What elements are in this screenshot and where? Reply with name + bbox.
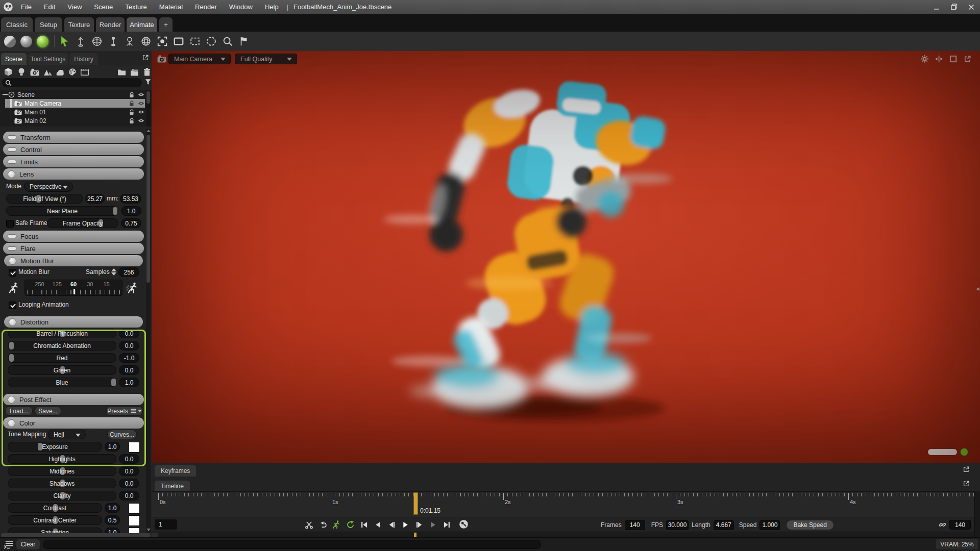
restore-icon[interactable] xyxy=(945,0,963,14)
slider-handle[interactable] xyxy=(38,443,42,450)
menu-edit[interactable]: Edit xyxy=(38,0,61,14)
eye-icon[interactable] xyxy=(138,101,144,106)
shading-flat-icon[interactable] xyxy=(3,35,16,48)
scrollbar-thumb[interactable] xyxy=(146,135,150,283)
timeline-ruler[interactable]: 0s 1s 2s 3s 4s 0:01.15 xyxy=(152,491,980,517)
add-mesh-icon[interactable] xyxy=(3,67,13,77)
camera-select-dropdown[interactable]: Main Camera xyxy=(168,54,231,64)
circle-select-icon[interactable] xyxy=(205,35,218,48)
select-tool-icon[interactable] xyxy=(58,35,71,48)
tone-mapping-dropdown[interactable]: Hejl xyxy=(48,430,86,439)
barrel-pincushion-value[interactable]: 0.0 xyxy=(119,329,139,338)
section-distortion[interactable]: Distortion xyxy=(4,316,143,328)
menu-scene[interactable]: Scene xyxy=(88,0,119,14)
panel-collapse-arrow-icon[interactable]: ◀ xyxy=(976,287,979,291)
section-post-effect[interactable]: Post Effect xyxy=(3,394,144,405)
contrast-center-slider[interactable]: Contrast Center xyxy=(8,515,102,525)
section-color[interactable]: Color xyxy=(3,417,144,429)
samples-value[interactable]: 256 xyxy=(118,267,139,277)
menu-window[interactable]: Window xyxy=(223,0,259,14)
lock-icon[interactable] xyxy=(129,118,134,124)
lock-icon[interactable] xyxy=(129,101,134,107)
scale-tool-icon[interactable] xyxy=(107,35,120,48)
current-frame-input[interactable]: 1 xyxy=(155,519,177,530)
exposure-value[interactable]: 1.0 xyxy=(105,442,120,452)
undo-icon[interactable] xyxy=(317,520,328,529)
filter-icon[interactable] xyxy=(145,79,151,85)
contrast-slider[interactable]: Contrast xyxy=(8,503,102,513)
highlights-value[interactable]: 0.0 xyxy=(119,454,139,464)
frames-input[interactable]: 140 xyxy=(625,520,645,530)
green-value[interactable]: 0.0 xyxy=(119,365,139,375)
eye-icon[interactable] xyxy=(138,118,144,123)
exposure-slider[interactable]: Exposure xyxy=(8,442,102,452)
exposure-color-swatch[interactable] xyxy=(129,442,140,453)
slider-handle[interactable] xyxy=(113,207,117,215)
highlights-slider[interactable]: Highlights xyxy=(8,454,116,464)
step-back-icon[interactable] xyxy=(386,520,397,529)
keyframes-tab[interactable]: Keyframes xyxy=(155,465,196,477)
loop-icon[interactable] xyxy=(345,520,355,529)
tree-row-main-camera[interactable]: Main Camera xyxy=(5,99,145,108)
add-light-icon[interactable] xyxy=(16,67,27,77)
contrast-value[interactable]: 1.0 xyxy=(105,503,120,513)
search-input[interactable] xyxy=(2,78,142,87)
midtones-value[interactable]: 0.0 xyxy=(119,466,139,476)
set-keyframe-icon[interactable] xyxy=(459,519,469,530)
midtones-slider[interactable]: Midtones xyxy=(8,466,116,476)
panel-tab-tool-settings[interactable]: Tool Settings xyxy=(28,53,68,65)
slider-handle[interactable] xyxy=(53,504,58,512)
panel-tab-history[interactable]: History xyxy=(69,53,98,65)
add-material-icon[interactable] xyxy=(55,67,65,77)
menu-material[interactable]: Material xyxy=(153,0,189,14)
slider-handle[interactable] xyxy=(60,330,65,337)
tab-classic[interactable]: Classic xyxy=(1,17,33,32)
quality-select-dropdown[interactable]: Full Quality xyxy=(235,54,297,64)
section-focus[interactable]: Focus xyxy=(3,231,144,242)
section-control[interactable]: Control xyxy=(3,144,144,155)
rotate-tool-icon[interactable] xyxy=(90,35,104,48)
frame-opacity-value[interactable]: 0.75 xyxy=(121,218,141,228)
add-palette-icon[interactable] xyxy=(67,67,78,77)
folder-stack-icon[interactable] xyxy=(129,67,139,77)
section-motion-blur[interactable]: Motion Blur xyxy=(4,255,143,266)
step-forward-icon[interactable] xyxy=(414,520,424,529)
panel-popout-icon[interactable] xyxy=(142,54,149,61)
cut-icon[interactable] xyxy=(304,520,314,529)
curves-button[interactable]: Curves... xyxy=(107,430,137,439)
fov-slider[interactable]: Field of View (°) xyxy=(6,194,83,204)
contrast-color-swatch[interactable] xyxy=(129,503,140,514)
section-flare[interactable]: Flare xyxy=(3,243,144,254)
close-icon[interactable] xyxy=(963,0,980,14)
runner-playback-icon[interactable] xyxy=(331,520,341,529)
slider-handle[interactable] xyxy=(53,516,58,524)
section-lens[interactable]: Lens xyxy=(3,168,144,180)
slider-handle[interactable] xyxy=(111,379,116,386)
viewport-3d[interactable]: Main Camera Full Quality ◀ xyxy=(152,51,980,463)
tab-animate[interactable]: Animate xyxy=(127,17,157,32)
load-button[interactable]: Load... xyxy=(5,406,33,416)
lasso-flag-icon[interactable] xyxy=(237,35,251,48)
slider-handle[interactable] xyxy=(60,366,65,374)
menu-texture[interactable]: Texture xyxy=(119,0,153,14)
play-reverse-icon[interactable] xyxy=(373,520,383,529)
minimize-icon[interactable] xyxy=(928,0,945,14)
console-log-field[interactable] xyxy=(43,540,541,549)
slider-handle[interactable] xyxy=(60,480,65,487)
shading-full-icon[interactable] xyxy=(36,35,49,48)
contrast-center-color-swatch[interactable] xyxy=(129,515,140,526)
slider-handle[interactable] xyxy=(9,354,14,362)
shadows-slider[interactable]: Shadows xyxy=(8,479,116,488)
red-slider[interactable]: Red xyxy=(8,353,116,363)
menu-help[interactable]: Help xyxy=(259,0,285,14)
panel-bottom-scrollbar[interactable] xyxy=(1,533,151,537)
timeline-right-scrollbar[interactable] xyxy=(974,491,980,537)
add-camera-icon[interactable] xyxy=(30,67,40,77)
skip-to-start-icon[interactable] xyxy=(359,520,369,529)
tree-row-main-01[interactable]: Main 01 xyxy=(0,108,145,116)
near-plane-slider[interactable]: Near Plane xyxy=(6,206,118,216)
chromatic-aberration-value[interactable]: 0.0 xyxy=(119,341,139,350)
pivot-tool-icon[interactable] xyxy=(123,35,136,48)
slider-handle[interactable] xyxy=(36,195,41,203)
speed-input[interactable]: 1.000 xyxy=(760,520,780,530)
